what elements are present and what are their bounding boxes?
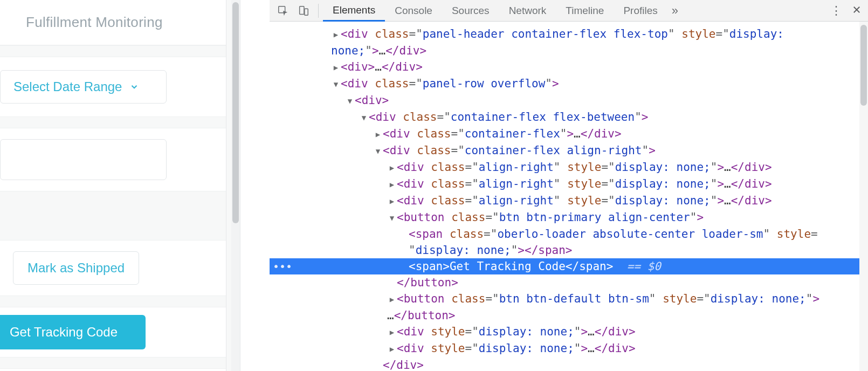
devtools-pane: Elements Console Sources Network Timelin…: [270, 0, 868, 371]
dom-node[interactable]: <div class="container-flex align-right">: [270, 142, 868, 159]
app-scrollbar[interactable]: [231, 0, 240, 371]
pane-split: [240, 0, 270, 371]
tab-console[interactable]: Console: [385, 0, 442, 22]
filters-block: Select Date Range: [0, 70, 226, 104]
tab-sources[interactable]: Sources: [442, 0, 499, 22]
dom-node[interactable]: <span class="oberlo-loader absolute-cent…: [270, 226, 868, 242]
app-scrollbar-thumb[interactable]: [232, 2, 239, 223]
tab-network[interactable]: Network: [499, 0, 556, 22]
gutter-dots-icon: •••: [273, 258, 292, 274]
dom-node[interactable]: <div class="container-flex">…</div>: [270, 126, 868, 142]
tab-timeline[interactable]: Timeline: [556, 0, 614, 22]
dom-node[interactable]: <div class="container-flex flex-between"…: [270, 109, 868, 126]
tracking-block: Get Tracking Code: [0, 307, 226, 357]
svg-rect-2: [305, 9, 308, 15]
dom-node[interactable]: <div style="display: none;">…</div>: [270, 340, 868, 357]
tab-elements[interactable]: Elements: [323, 0, 385, 22]
dom-node[interactable]: <div class="align-right" style="display:…: [270, 159, 868, 176]
chevron-down-icon: [129, 82, 139, 92]
close-icon[interactable]: [852, 5, 862, 17]
device-toggle-icon[interactable]: [293, 1, 314, 21]
kebab-menu-icon[interactable]: ⋮: [827, 4, 846, 18]
tabs-overflow-icon[interactable]: »: [667, 4, 683, 18]
get-tracking-code-button[interactable]: Get Tracking Code: [0, 315, 146, 349]
inspect-icon[interactable]: [273, 1, 293, 21]
app-inner: Fulfillment Monitoring Select Date Range…: [0, 0, 226, 371]
tab-profiles[interactable]: Profiles: [614, 0, 667, 22]
divider: [0, 296, 226, 307]
dom-node[interactable]: <div class="panel-row overflow">: [270, 75, 868, 92]
select-date-range-label: Select Date Range: [13, 79, 122, 94]
svg-rect-1: [300, 6, 304, 14]
dom-node[interactable]: <div class="align-right" style="display:…: [270, 193, 868, 209]
actions-block: Mark as Shipped: [0, 241, 226, 296]
page-title: Fulfillment Monitoring: [0, 0, 226, 45]
mark-as-shipped-button[interactable]: Mark as Shipped: [13, 251, 139, 285]
divider: [0, 357, 226, 369]
dom-node-cont[interactable]: "display: none;"></span>: [270, 242, 868, 258]
devtools-scrollbar-thumb[interactable]: [860, 25, 867, 106]
dom-node[interactable]: <div class="panel-header container-flex …: [270, 26, 868, 43]
dom-node[interactable]: </div>: [270, 357, 868, 371]
dom-node[interactable]: </button>: [270, 274, 868, 291]
toolbar-separator: [318, 4, 319, 18]
dom-node[interactable]: <div>: [270, 92, 868, 109]
dom-node[interactable]: <button class="btn btn-default btn-sm" s…: [270, 291, 868, 307]
root: Fulfillment Monitoring Select Date Range…: [0, 0, 868, 371]
dom-node-cont[interactable]: none;">…</div>: [270, 43, 868, 59]
dom-node[interactable]: <div>…</div>: [270, 59, 868, 75]
divider: [0, 116, 226, 128]
dom-node[interactable]: <button class="btn btn-primary align-cen…: [270, 209, 868, 226]
dom-node[interactable]: <div style="display: none;">…</div>: [270, 324, 868, 340]
select-date-range[interactable]: Select Date Range: [0, 70, 167, 104]
devtools-scrollbar[interactable]: [859, 22, 868, 371]
divider: [0, 191, 226, 241]
empty-card: [0, 139, 167, 180]
toolbar-right: ⋮: [827, 4, 865, 18]
app-pane: Fulfillment Monitoring Select Date Range…: [0, 0, 240, 371]
divider: [0, 45, 226, 57]
dom-node[interactable]: <div class="align-right" style="display:…: [270, 176, 868, 193]
dom-node-cont[interactable]: …</button>: [270, 307, 868, 324]
empty-block: [0, 139, 226, 180]
elements-tree[interactable]: <div class="panel-header container-flex …: [270, 22, 868, 371]
devtools-toolbar: Elements Console Sources Network Timelin…: [270, 0, 868, 22]
dom-node-selected[interactable]: •••<span>Get Tracking Code</span> == $0: [270, 258, 868, 274]
